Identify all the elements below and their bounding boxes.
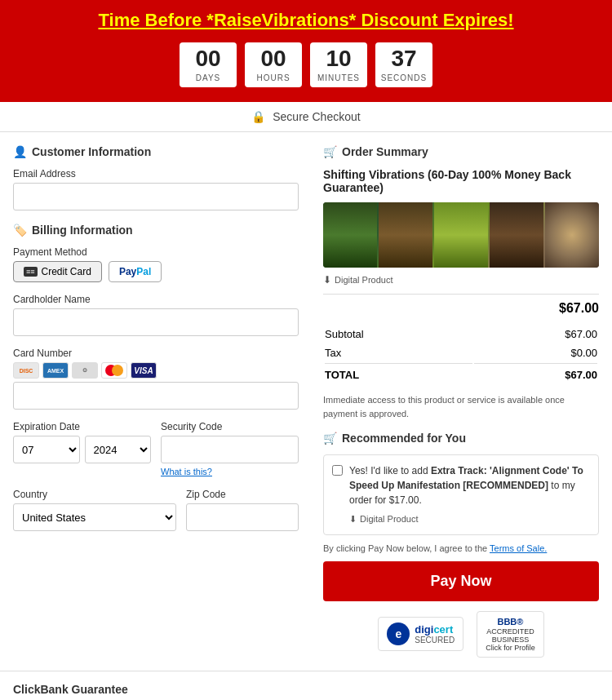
credit-card-chip-icon: ≡≡ [24,267,38,277]
paypal-button[interactable]: PayPal [109,261,162,282]
img-slice-4 [490,202,543,268]
card-number-group: Card Number DISC AMEX ⊙ VISA [13,348,299,410]
bbb-content: BBB® ACCREDITED BUSINESS Click for Profi… [486,617,535,652]
digicert-badge: e digicert SECURED [378,617,463,651]
bbb-logo: BBB® [486,617,535,627]
zip-input[interactable] [186,503,299,531]
cardholder-label: Cardholder Name [13,294,299,305]
guarantee-section: ClickBank Guarantee ClickBank will allow… [0,671,612,700]
seconds-value: 37 [375,47,432,70]
card-number-label: Card Number [13,348,299,359]
discover-logo: DISC [13,362,39,379]
main-content: 👤 Customer Information Email Address 🏷️ … [0,132,612,671]
bbb-accredited: ACCREDITED [486,627,535,636]
total-label: TOTAL [325,363,472,383]
recommended-checkbox[interactable] [332,465,343,476]
rec-digital-badge: ⬇ Digital Product [349,512,590,526]
right-column: 🛒 Order Summary Shifting Vibrations (60-… [315,145,599,671]
lock-icon: 🔒 [251,110,265,123]
product-title: Shifting Vibrations (60-Day 100% Money B… [323,168,599,194]
rec-digital-label: Digital Product [360,512,419,526]
img-slice-1 [323,202,377,268]
credit-card-button[interactable]: ≡≡ Credit Card [13,261,102,282]
email-input[interactable] [13,183,299,210]
digital-label: Digital Product [335,275,393,285]
expiry-group: Expiration Date 010203040506070809101112… [13,421,151,477]
tax-value: $0.00 [474,344,597,361]
email-group: Email Address [13,168,299,210]
secure-checkout-bar: 🔒 Secure Checkout [0,102,612,132]
minutes-counter: 10 MINUTES [310,42,367,87]
tag-icon: 🏷️ [13,224,27,237]
expiry-month-select[interactable]: 010203040506070809101112 [13,436,80,463]
cart-icon: 🛒 [323,145,337,158]
minutes-value: 10 [310,47,367,70]
expiry-year-select[interactable]: 2024202520262027202820292030 [85,436,152,463]
guarantee-title: ClickBank Guarantee [13,683,599,696]
expiry-label: Expiration Date [13,421,151,432]
what-is-this-link[interactable]: What is this? [161,467,212,476]
mastercard-logo [101,362,127,379]
person-icon: 👤 [13,145,27,158]
credit-card-label: Credit Card [42,266,91,277]
img-slice-2 [379,202,432,268]
other-logo: ⊙ [72,362,98,379]
visa-logo: VISA [131,362,157,379]
country-select[interactable]: United States [13,503,176,531]
hours-value: 00 [245,47,302,70]
security-label: Security Code [161,421,299,432]
security-badges: e digicert SECURED BBB® ACCREDITED BUSIN… [323,611,599,658]
payment-method-label: Payment Method [13,246,299,258]
payment-method-group: Payment Method ≡≡ Credit Card PayPal [13,246,299,282]
bbb-badge: BBB® ACCREDITED BUSINESS Click for Profi… [477,611,544,658]
img-slice-5 [545,202,599,268]
cart-icon-2: 🛒 [323,432,337,445]
card-logos: DISC AMEX ⊙ VISA [13,362,299,379]
total-value: $67.00 [474,363,597,383]
expiry-security-row: Expiration Date 010203040506070809101112… [13,421,299,477]
product-image [323,202,599,268]
product-image-inner [323,202,599,268]
digicert-name: digicert [415,623,455,636]
zip-group: Zip Code [186,489,299,531]
countdown-timer: 00 DAYS 00 HOURS 10 MINUTES 37 SECONDS [16,42,596,87]
digital-badge: ⬇ Digital Product [323,274,599,286]
amex-logo: AMEX [42,362,69,379]
security-code-input[interactable] [161,436,299,463]
digicert-icon: e [387,622,410,645]
digicert-text: digicert SECURED [415,623,455,645]
billing-section: 🏷️ Billing Information Payment Method ≡≡… [13,224,299,531]
rec-text: Yes! I'd like to add Extra Track: 'Align… [349,463,590,526]
paypal-icon: PayPal [119,266,151,277]
pay-now-button[interactable]: Pay Now [323,561,599,601]
bbb-click-profile: Click for Profile [486,644,535,652]
rec-plain-text: Yes! I'd like to add [349,465,431,476]
countdown-banner: Time Before *RaiseVibrations* Discount E… [0,0,612,102]
terms-text: By clicking Pay Now below, I agree to th… [323,543,599,553]
recommended-section: 🛒 Recommended for You Yes! I'd like to a… [323,432,599,535]
download-icon: ⬇ [323,274,331,286]
card-number-input[interactable] [13,382,299,410]
img-slice-3 [434,202,488,268]
billing-section-title: 🏷️ Billing Information [13,224,299,237]
recommended-title: 🛒 Recommended for You [323,432,599,445]
tax-label: Tax [325,344,472,361]
customer-section-title: 👤 Customer Information [13,145,299,158]
digicert-secured-label: SECURED [415,636,455,645]
subtotal-row: Subtotal $67.00 [325,326,597,343]
days-value: 00 [180,47,237,70]
country-group: Country United States [13,489,176,531]
country-zip-row: Country United States Zip Code [13,489,299,531]
tax-row: Tax $0.00 [325,344,597,361]
secure-checkout-text: Secure Checkout [273,110,360,123]
left-column: 👤 Customer Information Email Address 🏷️ … [13,145,315,671]
order-table: Subtotal $67.00 Tax $0.00 TOTAL $67.00 [323,324,599,385]
days-counter: 00 DAYS [180,42,237,87]
cardholder-group: Cardholder Name [13,294,299,336]
terms-prefix: By clicking Pay Now below, I agree to th… [323,543,490,553]
cardholder-input[interactable] [13,308,299,336]
terms-link[interactable]: Terms of Sale. [490,543,547,553]
product-price: $67.00 [323,294,599,316]
security-group: Security Code What is this? [161,421,299,477]
hours-counter: 00 HOURS [245,42,302,87]
